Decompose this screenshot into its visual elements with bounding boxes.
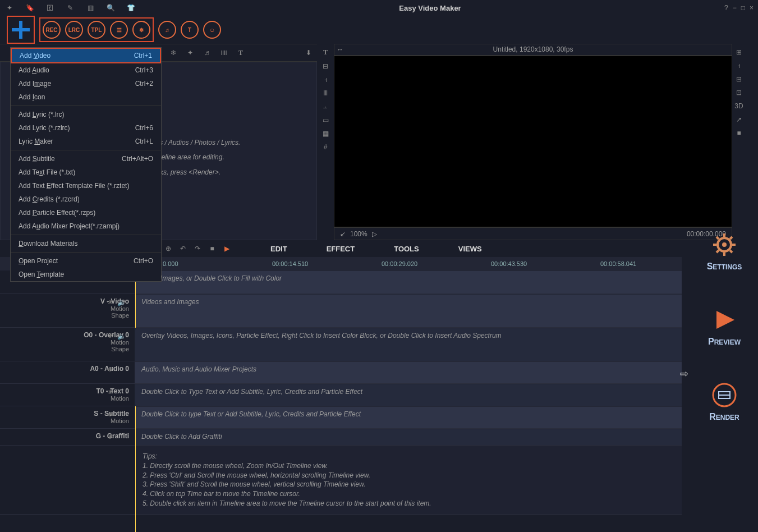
media-hint-3: rks, press <Render>. (158, 165, 316, 180)
user-button[interactable]: ☺ (203, 21, 221, 39)
list-button[interactable]: ☰ (110, 21, 128, 39)
app-title: Easy Video Maker (136, 4, 724, 12)
lrc-button[interactable]: LRC (65, 21, 83, 39)
preview-title: Untitled, 1920x1080, 30fps (493, 45, 573, 53)
track-overlay[interactable]: Overlay Videos, Images, Icons, Particle … (135, 328, 682, 361)
tab-effect[interactable]: EFFECT (327, 245, 355, 253)
track-audio[interactable]: Audio, Music and Audio Mixer Projects (135, 361, 682, 383)
rail-icon-2[interactable]: ⫞ (737, 62, 741, 70)
align-icon[interactable]: ⫞ (324, 76, 327, 84)
help-button[interactable]: ? (724, 4, 728, 12)
arrow-right-icon[interactable]: ⇨ (680, 368, 688, 380)
menu-add-icon[interactable]: Add Icon (11, 90, 161, 104)
pen-icon[interactable]: ✎ (65, 3, 75, 13)
menu-add-audio[interactable]: Add AudioCtrl+3 (11, 63, 161, 77)
eye-icon[interactable]: 👁 (107, 332, 113, 340)
rec-button[interactable]: REC (43, 21, 61, 39)
menu-download-materials[interactable]: Download Materials (11, 237, 161, 250)
close-button[interactable]: × (750, 4, 754, 12)
key-icon[interactable]: ⚿ (45, 3, 55, 13)
play-icon[interactable]: ▷ (372, 230, 377, 238)
play-icon (710, 305, 739, 334)
grid-icon[interactable]: ▦ (323, 130, 329, 137)
menu-add-lyric-rzlrc[interactable]: Add Lyric (*.rzlrc)Ctrl+6 (11, 121, 161, 135)
render-button[interactable]: RENDER (709, 380, 739, 422)
menu-add-lyric-lrc[interactable]: Add Lyric (*.lrc) (11, 108, 161, 121)
menu-add-subtitle[interactable]: Add SubtitleCtrl+Alt+O (11, 152, 161, 166)
col-icon[interactable]: ⫠ (322, 103, 329, 111)
star-icon[interactable]: ❄ (168, 49, 178, 57)
menu-add-video[interactable]: Add VideoCtrl+1 (11, 48, 161, 63)
media-hint-1: /s / Audios / Photos / Lyrics. (158, 135, 316, 150)
ti-plus-icon[interactable]: ⊕ (164, 245, 173, 253)
maximize-button[interactable]: □ (741, 4, 745, 12)
download-icon[interactable]: ⬇ (304, 49, 314, 57)
track-text[interactable]: Double Click to Type Text or Add Subtitl… (135, 384, 682, 406)
menu-add-textfile[interactable]: Add Text File (*.txt) (11, 166, 161, 179)
music-button[interactable]: ♬ (158, 21, 176, 39)
eye-icon[interactable]: 👁 (107, 411, 113, 419)
search-icon[interactable]: 🔍 (105, 3, 116, 13)
menu-add-particle[interactable]: Add Particle Effect(*.rzps) (11, 206, 161, 219)
rect-icon[interactable]: ▭ (323, 116, 329, 124)
menu-add-credits[interactable]: Add Credits (*.rzcrd) (11, 192, 161, 206)
menu-add-audiomixer[interactable]: Add Audio Mixer Project(*.rzampj) (11, 219, 161, 233)
ti-redo-icon[interactable]: ↷ (193, 245, 202, 253)
resize-icon[interactable]: ↔ (337, 45, 343, 53)
menu-add-texteffect[interactable]: Add Text Effect Template File (*.rztet) (11, 179, 161, 192)
menu-open-template[interactable]: Open Template (11, 268, 161, 281)
track-video[interactable]: Videos and Images (135, 294, 682, 327)
puzzle-icon[interactable]: ✦ (185, 49, 195, 57)
tshirt-icon[interactable]: 👕 (126, 3, 136, 13)
track-subtitle[interactable]: Double Click to type Text or Add Subtitl… (135, 406, 682, 428)
menu-lyric-maker[interactable]: Lyric MakerCtrl+L (11, 135, 161, 148)
rail-icon-4[interactable]: ⊡ (736, 89, 742, 97)
rail-icon-3[interactable]: ⊟ (736, 75, 742, 83)
tab-tools[interactable]: TOOLS (394, 245, 419, 253)
bars-icon[interactable]: Ⅲ (323, 89, 328, 97)
rail-icon-1[interactable]: ⊞ (736, 48, 742, 56)
eq-icon[interactable]: iiii (219, 49, 229, 57)
speaker-icon[interactable]: 🔈 (117, 332, 126, 340)
snow-button[interactable]: ❄ (132, 21, 150, 39)
tab-views[interactable]: VIEWS (458, 245, 482, 253)
menu-open-project[interactable]: Open ProjectCtrl+O (11, 254, 161, 268)
frame-icon[interactable]: ⊟ (323, 62, 328, 70)
panels-icon[interactable]: ▥ (85, 3, 95, 13)
ti-undo-icon[interactable]: ↶ (178, 245, 187, 253)
add-button[interactable] (7, 16, 35, 44)
speaker-icon[interactable]: 🔈 (117, 299, 126, 306)
eye-icon[interactable]: 👁 (107, 299, 113, 306)
settings-button[interactable]: SETTINGS (707, 230, 742, 272)
eye-icon[interactable]: 👁 (107, 388, 113, 396)
rail-arrow-icon[interactable]: ↗ (736, 116, 742, 123)
eye-icon[interactable]: 👁 (107, 433, 113, 441)
preview-button[interactable]: PREVIEW (708, 305, 741, 347)
ti-play-icon[interactable]: ▶ (222, 245, 231, 253)
tpl-button[interactable]: TPL (88, 21, 105, 39)
track-bg[interactable]: round Images, or Double Click to Fill wi… (135, 270, 682, 293)
render-icon (710, 380, 739, 410)
svg-rect-1 (12, 28, 30, 31)
svg-marker-12 (716, 311, 734, 329)
menu-add-image[interactable]: Add ImageCtrl+2 (11, 77, 161, 90)
track-graffiti[interactable]: Double Click to Add Graffiti (135, 429, 682, 445)
bookmark-icon[interactable]: 🔖 (25, 3, 35, 13)
tab-edit[interactable]: EDIT (270, 245, 287, 253)
text-tool-icon[interactable]: T (323, 48, 328, 57)
ti-stop-icon[interactable]: ■ (208, 245, 217, 253)
t-icon[interactable]: T (236, 49, 246, 57)
fullscreen-icon[interactable]: ↙ (340, 230, 346, 238)
hash-icon[interactable]: # (324, 143, 328, 151)
note-icon[interactable]: ♬ (202, 49, 212, 57)
titlebar: ✦ 🔖 ⚿ ✎ ▥ 🔍 👕 Easy Video Maker ? − □ × (0, 0, 758, 16)
tips-area: Tips: 1. Directly scroll the mouse wheel… (135, 446, 682, 514)
minimize-button[interactable]: − (733, 4, 737, 12)
eye-icon[interactable]: 👁 (107, 366, 113, 374)
rail-3d-icon[interactable]: 3D (734, 102, 743, 110)
media-hint-2: neline area for editing. (158, 150, 316, 164)
preview-canvas[interactable] (334, 56, 732, 228)
text-button[interactable]: T (181, 21, 199, 39)
rail-square-icon[interactable]: ■ (737, 129, 741, 137)
add-context-menu: Add VideoCtrl+1 Add AudioCtrl+3 Add Imag… (10, 47, 162, 282)
